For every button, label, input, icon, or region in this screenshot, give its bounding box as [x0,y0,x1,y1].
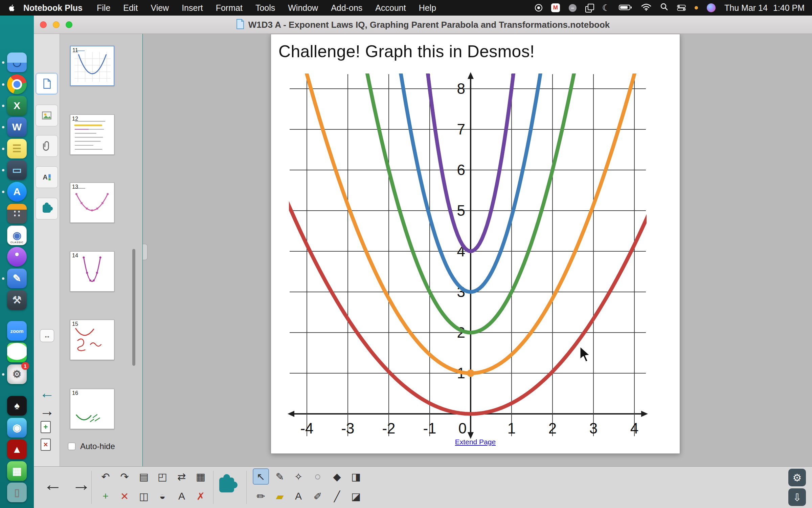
dock-acrobat[interactable]: ▲ [7,440,27,459]
dock-notes-pen[interactable]: ✎ [7,269,27,288]
running-indicator [2,373,4,376]
tool-line-button[interactable]: ╱ [329,488,345,504]
auto-hide-checkbox[interactable] [68,443,75,450]
tool-magic-pen-button[interactable]: ✧ [290,468,307,485]
active-app-name[interactable]: Notebook Plus [23,3,83,13]
wifi-icon[interactable] [641,3,651,13]
screen-capture-button[interactable]: ◰ [154,468,171,485]
add-page-button[interactable]: + [97,488,114,504]
menu-time: 1:40 PM [773,3,805,13]
focus-moon-icon[interactable]: ☾ [602,3,610,12]
spotlight-search-icon[interactable] [660,3,668,13]
menu-items: FileEditViewInsertFormatToolsWindowAdd-o… [97,3,436,13]
save-button[interactable]: ◫ [136,488,152,504]
screen-shade-button[interactable]: ◒ [154,488,171,504]
dock-word[interactable]: W [7,117,27,137]
paste-button[interactable]: ▤ [136,468,152,485]
tool-fill-button[interactable]: ◨ [348,468,364,485]
running-indicator [2,126,4,128]
tab-page-sorter[interactable] [36,73,58,94]
panel-collapse-handle[interactable] [143,244,148,260]
menu-format[interactable]: Format [216,3,243,13]
tool-eraser-button[interactable]: ◪ [348,488,364,504]
tool-polygon-button[interactable]: ◆ [329,468,345,485]
dock-messages[interactable] [7,343,27,362]
dock-utilities[interactable]: ⚒ [7,290,27,310]
apple-menu-icon[interactable] [9,4,15,12]
page-thumbnail-16[interactable]: 16 [70,389,114,429]
do-not-disturb-icon[interactable]: – [569,4,577,12]
dock-green-utility[interactable]: ▦ [7,461,27,481]
dock-zoom[interactable]: zoom [7,321,27,341]
tab-properties[interactable]: A [36,166,58,188]
dock-finder[interactable]: ◡ [7,52,27,72]
menu-window[interactable]: Window [288,3,318,13]
dock-trash[interactable]: ▯ [7,483,27,502]
export-button[interactable]: ⇄ [174,468,190,485]
page-thumbnail-14[interactable]: 14 [70,251,114,292]
clear-ink-button[interactable]: ✗ [193,488,209,504]
delete-page-shortcut[interactable]: × [41,439,51,451]
dock-excel[interactable]: X [7,96,27,115]
notebook-page[interactable]: Challenge! Graph this in Desmos! -4-3-2-… [271,34,680,454]
delete-page-button[interactable]: ✕ [116,488,133,504]
dock-photo-booth[interactable]: ◉ [7,418,27,438]
dock-geogebra-classic[interactable]: ◉CLASSIC [7,226,27,245]
tab-add-ons[interactable] [36,198,58,219]
menu-account[interactable]: Account [375,3,406,13]
dock-screen-monitor[interactable]: ▭ [7,160,27,180]
siri-icon[interactable] [707,3,716,12]
previous-page-button[interactable]: ← [39,385,55,400]
redo-button[interactable]: ↷ [116,468,133,485]
menu-view[interactable]: View [151,3,169,13]
menu-tools[interactable]: Tools [255,3,275,13]
battery-icon[interactable] [619,3,632,13]
dock-calculator[interactable]: ∷ [7,204,27,224]
sidebar-tab-strip: A ↔ ← → + × [34,34,60,466]
tool-text-button[interactable]: A [290,488,307,504]
menu-clock[interactable]: Thu Mar 14 1:40 PM [724,3,805,13]
page-thumbnail-13[interactable]: 13 [70,183,114,223]
canvas-area[interactable]: Challenge! Graph this in Desmos! -4-3-2-… [143,34,812,466]
toolbar-forward-button[interactable]: → [72,475,91,494]
page-thumbnail-15[interactable]: 15 [70,320,114,360]
tool-shape-pen-button[interactable]: ✐ [310,488,326,504]
tool-shape-recognition-button[interactable]: ◌ [310,468,326,485]
panel-scrollbar[interactable] [132,249,135,366]
dock-stickies[interactable]: ☰ [7,139,27,158]
menu-file[interactable]: File [97,3,110,13]
add-page-shortcut[interactable]: + [41,421,51,433]
menu-edit[interactable]: Edit [123,3,138,13]
gmail-icon[interactable]: M [551,3,560,12]
next-page-button[interactable]: → [39,403,55,418]
control-center-icon[interactable] [677,3,686,13]
tool-crayon-button[interactable]: ✏ [253,488,269,504]
tab-gallery[interactable] [36,105,58,126]
toolbar-back-button[interactable]: ← [43,475,62,494]
dock-app-store[interactable]: A [7,182,27,202]
extend-page-link[interactable]: Extend Page [271,438,680,446]
toolbar-collapse-button[interactable]: ⇩ [788,488,806,506]
undo-button[interactable]: ↶ [97,468,114,485]
text-style-button[interactable]: A [174,488,190,504]
svg-text:8: 8 [457,80,465,97]
page-thumbnail-12[interactable]: 12 [70,114,114,155]
dock-chrome[interactable] [7,75,27,94]
dock-spade-cards[interactable]: ♠ [7,396,27,416]
insert-table-button[interactable]: ▦ [193,468,209,485]
page-thumbnail-11[interactable]: 11 [70,46,114,86]
dock-system-settings[interactable]: ⚙1 [7,364,27,384]
sidebar-expand-button[interactable]: ↔ [40,329,54,342]
tool-select-button[interactable]: ↖ [253,468,269,485]
tab-attachments[interactable] [36,135,58,157]
menu-help[interactable]: Help [419,3,436,13]
menu-insert[interactable]: Insert [182,3,203,13]
tool-pen-button[interactable]: ✎ [272,468,288,485]
tool-highlighter-button[interactable]: ▰ [272,488,288,504]
screen-record-icon[interactable] [535,4,542,12]
toolbar-settings-button[interactable]: ⚙ [788,469,806,486]
dock-podcasts[interactable] [7,247,27,267]
menu-addons[interactable]: Add-ons [331,3,362,13]
smart-addon-button[interactable] [219,478,234,492]
window-stack-icon[interactable] [585,4,593,12]
